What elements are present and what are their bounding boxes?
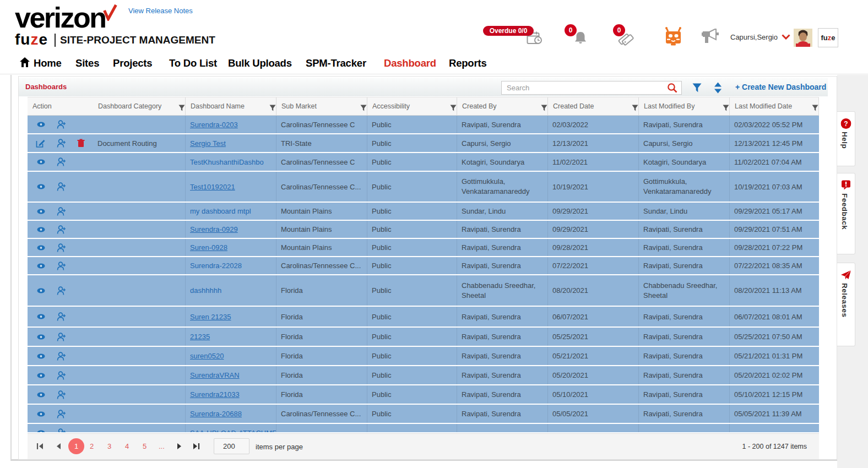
svg-text:?: ? — [844, 120, 848, 128]
